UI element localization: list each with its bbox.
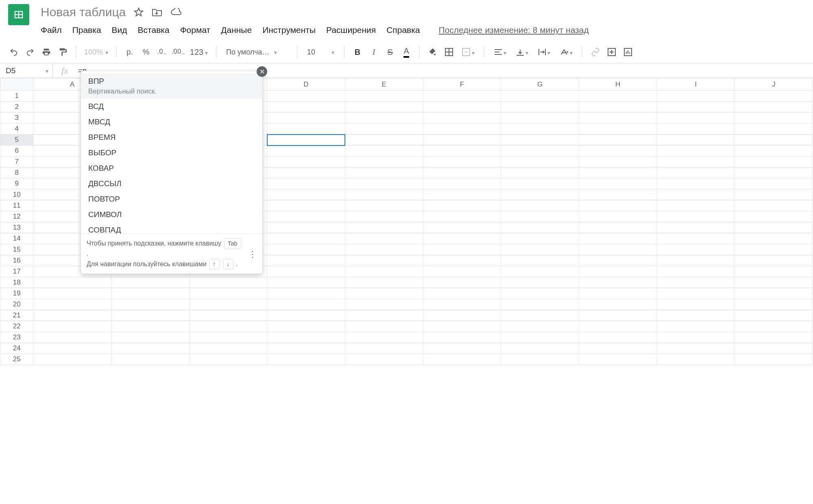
cell[interactable] (267, 244, 345, 255)
cell[interactable] (579, 211, 657, 222)
cell[interactable] (579, 222, 657, 233)
cell[interactable] (657, 200, 735, 211)
cell[interactable] (657, 332, 735, 343)
cell[interactable] (345, 135, 423, 146)
cell[interactable] (267, 113, 345, 124)
column-header[interactable]: E (345, 78, 423, 91)
cell[interactable] (501, 124, 579, 135)
autocomplete-item[interactable]: ВСД (81, 99, 262, 114)
cell[interactable] (579, 266, 657, 277)
cell[interactable] (33, 321, 111, 332)
cell[interactable] (501, 200, 579, 211)
cell[interactable] (423, 277, 501, 288)
cell[interactable] (345, 167, 423, 178)
merge-button[interactable] (458, 45, 478, 59)
cell[interactable] (423, 310, 501, 321)
column-header[interactable]: J (735, 78, 813, 91)
cell[interactable] (735, 113, 813, 124)
cell[interactable] (657, 244, 735, 255)
cell[interactable] (423, 102, 501, 113)
cell[interactable] (345, 189, 423, 200)
cell[interactable] (33, 310, 111, 321)
cell[interactable] (657, 124, 735, 135)
row-header[interactable]: 6 (0, 146, 33, 156)
menu-data[interactable]: Данные (221, 25, 252, 35)
cell[interactable] (501, 321, 579, 332)
cell[interactable] (657, 189, 735, 200)
cell[interactable] (735, 167, 813, 178)
autocomplete-item[interactable]: КОВАР (81, 161, 262, 176)
cell[interactable] (735, 91, 813, 102)
cell[interactable] (267, 135, 345, 146)
cell[interactable] (423, 343, 501, 354)
cell[interactable] (423, 91, 501, 102)
cell[interactable] (423, 354, 501, 365)
row-header[interactable]: 12 (0, 211, 33, 222)
cell[interactable] (579, 91, 657, 102)
cell[interactable] (579, 178, 657, 189)
cell[interactable] (423, 222, 501, 233)
autocomplete-item[interactable]: ВПРВертикальный поиск. (81, 74, 262, 99)
cell[interactable] (657, 233, 735, 244)
cell[interactable] (735, 124, 813, 135)
cell[interactable] (657, 135, 735, 146)
insert-comment-button[interactable] (604, 45, 619, 59)
percent-button[interactable]: % (139, 45, 153, 59)
row-header[interactable]: 7 (0, 156, 33, 167)
cell[interactable] (735, 156, 813, 167)
cell[interactable] (657, 354, 735, 365)
cell[interactable] (267, 178, 345, 189)
cell[interactable] (657, 299, 735, 310)
cell[interactable] (735, 178, 813, 189)
row-header[interactable]: 5 (0, 135, 33, 146)
cell[interactable] (267, 321, 345, 332)
column-header[interactable]: G (501, 78, 579, 91)
star-icon[interactable] (134, 7, 144, 17)
menu-view[interactable]: Вид (112, 25, 127, 35)
cell[interactable] (501, 288, 579, 299)
cell[interactable] (735, 277, 813, 288)
cell[interactable] (735, 332, 813, 343)
decrease-decimal-button[interactable]: .0← (155, 45, 170, 59)
cell[interactable] (267, 332, 345, 343)
cell[interactable] (267, 354, 345, 365)
cell[interactable] (579, 321, 657, 332)
cell[interactable] (735, 266, 813, 277)
cell[interactable] (501, 233, 579, 244)
cell[interactable] (267, 167, 345, 178)
cell[interactable] (189, 310, 267, 321)
cell[interactable] (189, 343, 267, 354)
autocomplete-item[interactable]: ПОВТОР (81, 191, 262, 207)
cell[interactable] (735, 288, 813, 299)
cell[interactable] (501, 189, 579, 200)
cell[interactable] (423, 135, 501, 146)
cell[interactable] (579, 233, 657, 244)
row-header[interactable]: 21 (0, 310, 33, 321)
cell[interactable] (657, 222, 735, 233)
autocomplete-item[interactable]: СОВПАД (81, 222, 262, 234)
cell[interactable] (111, 321, 189, 332)
cell[interactable] (345, 332, 423, 343)
cell[interactable] (267, 266, 345, 277)
cell[interactable] (579, 288, 657, 299)
cell[interactable] (657, 255, 735, 266)
select-all-corner[interactable] (0, 78, 33, 91)
cell[interactable] (267, 299, 345, 310)
cell[interactable] (735, 146, 813, 156)
cell[interactable] (735, 299, 813, 310)
row-header[interactable]: 25 (0, 354, 33, 365)
cell[interactable] (735, 233, 813, 244)
cell[interactable] (423, 167, 501, 178)
cell[interactable] (501, 91, 579, 102)
column-header[interactable]: H (579, 78, 657, 91)
row-header[interactable]: 17 (0, 266, 33, 277)
cell[interactable] (345, 233, 423, 244)
cell[interactable] (657, 343, 735, 354)
cell[interactable] (345, 321, 423, 332)
cell[interactable] (345, 266, 423, 277)
cell[interactable] (267, 255, 345, 266)
cell[interactable] (501, 332, 579, 343)
cell[interactable] (111, 332, 189, 343)
insert-link-button[interactable] (588, 45, 603, 59)
cell[interactable] (189, 332, 267, 343)
